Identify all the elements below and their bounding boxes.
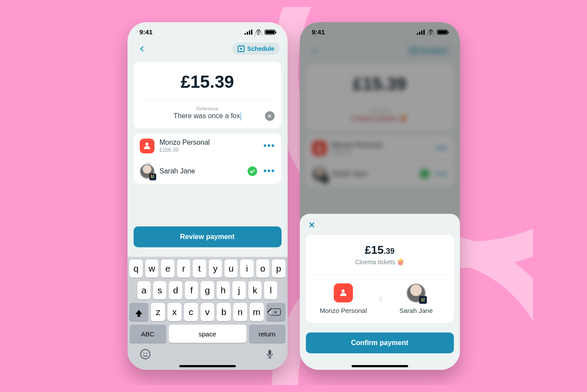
text-cursor (241, 113, 242, 120)
cellular-icon (245, 30, 252, 35)
key-b[interactable]: b (217, 303, 231, 321)
close-icon: ✕ (309, 220, 315, 230)
from-account-balance: £156.39 (160, 147, 258, 153)
key-l[interactable]: l (264, 281, 277, 299)
key-a[interactable]: a (138, 281, 151, 299)
key-q[interactable]: q (129, 259, 142, 278)
dictation-key[interactable] (264, 348, 276, 360)
review-payment-button[interactable]: Review payment (134, 226, 282, 247)
key-i[interactable]: i (240, 259, 253, 278)
keyboard-row-4: ABC space return (130, 325, 285, 343)
to-account-name: Sarah Jane (160, 167, 243, 175)
to-party-name: Sarah Jane (399, 307, 433, 314)
personal-account-icon (334, 283, 353, 302)
keyboard-row-1: qwertyuiop (130, 259, 285, 278)
check-icon (250, 168, 255, 173)
monzo-badge-icon: M (149, 173, 156, 180)
key-c[interactable]: c (184, 303, 198, 321)
chevron-right-icon (377, 296, 382, 301)
key-v[interactable]: v (201, 303, 215, 321)
key-g[interactable]: g (201, 281, 214, 299)
key-n[interactable]: n (233, 303, 247, 321)
status-indicators (417, 30, 448, 35)
key-f[interactable]: f (185, 281, 198, 299)
divider (141, 100, 275, 100)
from-account-name: Monzo Personal (160, 139, 258, 146)
keyboard-bottom-row (130, 346, 285, 360)
home-indicator[interactable] (179, 365, 236, 367)
key-s[interactable]: s (153, 281, 166, 299)
key-w[interactable]: w (145, 259, 158, 278)
key-y[interactable]: y (209, 259, 222, 278)
shift-key[interactable] (129, 303, 148, 321)
home-indicator[interactable] (352, 365, 408, 367)
recipient-avatar: M (406, 283, 426, 302)
key-j[interactable]: j (232, 281, 245, 299)
mic-icon (266, 349, 273, 359)
keyboard-row-2: asdfghjkl (130, 281, 285, 299)
from-party-name: Monzo Personal (320, 307, 367, 314)
battery-icon (265, 30, 275, 35)
return-key[interactable]: return (249, 325, 285, 343)
confirm-card: £15.39 Cinema tickets 🍿 Monzo Personal (306, 235, 454, 323)
marketing-stage: 9:41 Schedule £15.39 Refer (54, 7, 533, 385)
status-bar: 9:41 (300, 22, 460, 37)
monzo-badge-icon: M (419, 296, 427, 304)
key-p[interactable]: p (272, 259, 285, 278)
wifi-icon (427, 30, 434, 35)
key-k[interactable]: k (248, 281, 262, 299)
reference-label: Reference (141, 106, 275, 111)
close-sheet-button[interactable]: ✕ (306, 219, 318, 231)
svg-point-2 (146, 353, 147, 354)
back-button[interactable] (135, 42, 149, 56)
person-icon (144, 143, 151, 149)
amount-display[interactable]: £15.39 (141, 72, 275, 92)
status-indicators (245, 30, 275, 35)
close-icon: ✕ (267, 113, 272, 119)
key-r[interactable]: r (177, 259, 190, 278)
schedule-label: Schedule (247, 45, 274, 52)
reference-input[interactable]: There was once a fox (174, 112, 241, 120)
abc-key[interactable]: ABC (130, 325, 166, 343)
phone-confirm-payment: Schedule £15.39 Reference Cinema tickets… (300, 22, 460, 370)
reference-row: There was once a fox ✕ (141, 112, 275, 120)
to-account-more-button[interactable]: ••• (263, 166, 275, 176)
emoji-key[interactable] (139, 348, 151, 360)
svg-point-0 (141, 349, 150, 359)
status-bar: 9:41 (127, 22, 288, 37)
amount-card: £15.39 Reference There was once a fox ✕ (134, 62, 282, 128)
key-d[interactable]: d (169, 281, 182, 299)
keyboard-row-3: zxcvbnm × (130, 303, 285, 321)
confirm-payment-button[interactable]: Confirm payment (306, 332, 454, 353)
divider (306, 274, 454, 275)
key-t[interactable]: t (193, 259, 206, 278)
transfer-parties: Monzo Personal M Sarah Jane (312, 283, 448, 314)
battery-icon (437, 30, 448, 35)
phone-mockups-row: 9:41 Schedule £15.39 Refer (54, 7, 533, 385)
key-o[interactable]: o (256, 259, 269, 278)
key-e[interactable]: e (161, 259, 174, 278)
space-key[interactable]: space (169, 325, 246, 343)
confirm-reference: Cinema tickets 🍿 (312, 259, 448, 266)
backspace-key[interactable]: × (266, 303, 285, 321)
personal-account-icon (140, 139, 154, 153)
from-party: Monzo Personal (315, 283, 372, 314)
to-party: M Sarah Jane (388, 283, 444, 314)
clear-reference-button[interactable]: ✕ (265, 111, 275, 121)
key-z[interactable]: z (151, 303, 165, 321)
chevron-left-icon (140, 46, 146, 52)
from-account-more-button[interactable]: ••• (263, 141, 275, 151)
wifi-icon (255, 30, 262, 35)
key-h[interactable]: h (217, 281, 230, 299)
keyboard: qwertyuiop asdfghjkl zxcvbnm × ABC space… (127, 257, 288, 370)
status-time: 9:41 (312, 28, 325, 36)
recipient-avatar: M (140, 164, 154, 179)
key-m[interactable]: m (250, 303, 264, 321)
from-account-row[interactable]: Monzo Personal £156.39 ••• (134, 133, 282, 159)
key-u[interactable]: u (225, 259, 238, 278)
schedule-button[interactable]: Schedule (232, 43, 279, 55)
key-x[interactable]: x (168, 303, 181, 321)
confirm-sheet: ✕ £15.39 Cinema tickets 🍿 Monzo Personal (300, 214, 460, 370)
svg-rect-3 (268, 350, 271, 355)
to-account-row[interactable]: M Sarah Jane ••• (134, 159, 282, 184)
